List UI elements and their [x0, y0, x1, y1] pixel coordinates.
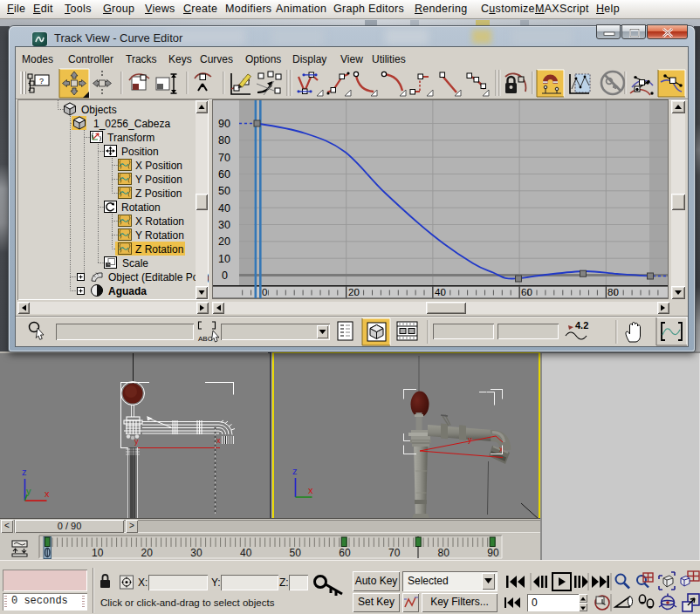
svg-text:50: 50	[290, 547, 302, 559]
svg-text:70: 70	[218, 152, 230, 164]
svg-text:80: 80	[218, 134, 230, 147]
svg-text:40: 40	[218, 202, 230, 215]
svg-text:20: 20	[218, 235, 230, 248]
svg-text:x: x	[499, 445, 504, 454]
svg-text:40: 40	[240, 547, 252, 559]
svg-text:ABC: ABC	[198, 335, 213, 343]
svg-text:10: 10	[218, 253, 230, 265]
svg-text:10: 10	[92, 547, 104, 559]
svg-text:40: 40	[435, 287, 446, 297]
svg-text:90: 90	[487, 547, 499, 559]
svg-text:z: z	[292, 466, 298, 476]
svg-text:60: 60	[218, 168, 230, 181]
svg-text:50: 50	[218, 185, 230, 197]
svg-text:0: 0	[262, 287, 267, 297]
svg-text:80: 80	[607, 287, 619, 297]
svg-text:4.2: 4.2	[575, 320, 588, 331]
svg-text:60: 60	[521, 287, 532, 297]
svg-text:x: x	[216, 436, 221, 445]
svg-text:30: 30	[190, 547, 202, 559]
svg-text:x: x	[45, 488, 50, 499]
svg-text:x: x	[308, 485, 313, 495]
svg-text:z: z	[22, 467, 27, 477]
svg-text:0: 0	[222, 269, 228, 282]
svg-text:y: y	[134, 437, 139, 446]
svg-text:20: 20	[141, 547, 154, 559]
svg-text:60: 60	[339, 547, 351, 559]
svg-text:70: 70	[388, 547, 401, 559]
svg-text:30: 30	[218, 219, 230, 231]
svg-text:80: 80	[438, 547, 450, 559]
svg-text:90: 90	[218, 118, 230, 130]
svg-text:y: y	[468, 435, 472, 444]
svg-text:20: 20	[348, 287, 360, 297]
svg-text:?: ?	[39, 77, 44, 85]
